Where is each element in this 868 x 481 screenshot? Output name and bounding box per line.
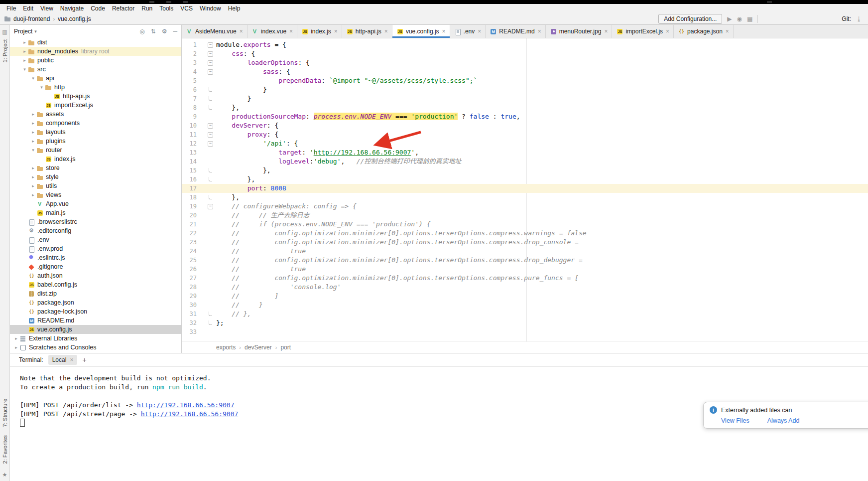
project-view-title[interactable]: Project <box>14 28 32 35</box>
menu-item-code[interactable]: Code <box>87 5 109 12</box>
tree-item-assets[interactable]: ▸assets <box>10 110 181 119</box>
tree-item-env-prod[interactable]: .env.prod <box>10 244 181 253</box>
tree-item-vue-config-js[interactable]: vue.config.js <box>10 325 181 334</box>
project-toolwindow-icon[interactable]: ▥ <box>2 29 7 35</box>
terminal-panel-label[interactable]: Terminal: <box>19 356 43 363</box>
terminal-link[interactable]: http://192.168.66.56:9007 <box>137 401 235 409</box>
editor-tab-importexcel-js[interactable]: importExcel.js× <box>612 25 674 38</box>
tree-item-utils[interactable]: ▸utils <box>10 181 181 190</box>
code-line[interactable]: 32}; <box>182 319 868 327</box>
editor-tab-index-js[interactable]: index.js× <box>297 25 342 38</box>
tree-item-package-json[interactable]: package.json <box>10 298 181 307</box>
editor-tab-menurouter-jpg[interactable]: menuRouter.jpg× <box>546 25 613 38</box>
chevron-right-icon[interactable]: ▸ <box>30 112 36 117</box>
breadcrumb-port[interactable]: port <box>280 344 291 351</box>
tree-item-scratches-and-consoles[interactable]: ▸Scratches and Consoles <box>10 343 181 352</box>
notification-action-always-add[interactable]: Always Add <box>767 417 800 424</box>
close-icon[interactable]: × <box>666 28 669 35</box>
fold-minus-icon[interactable]: − <box>208 42 213 48</box>
fold-minus-icon[interactable]: − <box>208 60 213 66</box>
coverage-icon[interactable]: ▦ <box>747 16 752 22</box>
close-icon[interactable]: × <box>538 28 541 35</box>
menu-item-refactor[interactable]: Refactor <box>109 5 138 12</box>
chevron-down-icon[interactable]: ▾ <box>21 67 28 72</box>
code-line[interactable]: 9 productionSourceMap: process.env.NODE_… <box>182 112 868 121</box>
tree-item-dist-zip[interactable]: dist.zip <box>10 289 181 298</box>
editor-tab-vue-config-js[interactable]: vue.config.js× <box>392 25 450 38</box>
tree-item-editorconfig[interactable]: .editorconfig <box>10 226 181 235</box>
editor-tab-index-vue[interactable]: index.vue× <box>248 25 297 38</box>
code-line[interactable]: 8 }, <box>182 103 868 112</box>
chevron-down-icon[interactable]: ▾ <box>30 148 36 153</box>
close-icon[interactable]: × <box>334 28 338 35</box>
tree-item-babel-config-js[interactable]: babel.config.js <box>10 280 181 289</box>
tree-item-dist[interactable]: ▸dist <box>10 38 181 47</box>
chevron-down-icon[interactable]: ▾ <box>38 85 45 90</box>
code-line[interactable]: 28 // 'console.log' <box>182 283 868 292</box>
code-line[interactable]: 27 // config.optimization.minimizer[0].o… <box>182 274 868 283</box>
tree-item-gitignore[interactable]: .gitignore <box>10 262 181 271</box>
chevron-right-icon[interactable]: ▸ <box>13 336 19 341</box>
locate-file-icon[interactable]: ◎ <box>139 28 144 35</box>
editor-tab-http-api-js[interactable]: http-api.js× <box>342 25 392 38</box>
chevron-right-icon[interactable]: ▸ <box>21 49 28 54</box>
chevron-down-icon[interactable]: ▾ <box>30 76 36 81</box>
chevron-right-icon[interactable]: ▸ <box>30 121 36 126</box>
fold-minus-icon[interactable]: − <box>208 51 213 57</box>
collapse-all-icon[interactable]: ⇅ <box>151 28 156 35</box>
favorites-star-icon[interactable]: ★ <box>2 472 7 478</box>
terminal-link[interactable]: http://192.168.66.56:9007 <box>141 410 239 418</box>
breadcrumb-exports[interactable]: exports <box>216 344 236 351</box>
chevron-right-icon[interactable]: ▸ <box>21 58 28 63</box>
chevron-right-icon[interactable]: ▸ <box>30 139 36 144</box>
code-line[interactable]: 11− proxy: { <box>182 130 868 139</box>
tree-item-package-lock-json[interactable]: package-lock.json <box>10 307 181 316</box>
new-terminal-icon[interactable]: + <box>82 356 86 364</box>
editor-tab-readme-md[interactable]: README.md× <box>486 25 545 38</box>
code-line[interactable]: 25 // config.optimization.minimizer[0].o… <box>182 256 868 265</box>
tree-item-node-modules[interactable]: ▸node_moduleslibrary root <box>10 47 181 56</box>
code-line[interactable]: 15 }, <box>182 166 868 175</box>
toolwindow-project-button[interactable]: 1: Project <box>2 39 8 62</box>
close-icon[interactable]: × <box>289 28 293 35</box>
tree-item-readme-md[interactable]: README.md <box>10 316 181 325</box>
tree-item-layouts[interactable]: ▸layouts <box>10 128 181 137</box>
fold-minus-icon[interactable]: − <box>208 69 213 75</box>
code-line[interactable]: 23 // config.optimization.minimizer[0].o… <box>182 238 868 247</box>
tree-item-http[interactable]: ▾http <box>10 83 181 92</box>
chevron-right-icon[interactable]: ▸ <box>30 183 36 188</box>
code-line[interactable]: 21 // if (process.env.NODE_ENV === 'prod… <box>182 220 868 229</box>
add-configuration-button[interactable]: Add Configuration... <box>658 14 722 24</box>
menu-item-run[interactable]: Run <box>138 5 156 12</box>
tree-item-auth-json[interactable]: auth.json <box>10 271 181 280</box>
menu-item-view[interactable]: View <box>37 5 57 12</box>
menu-item-window[interactable]: Window <box>196 5 225 12</box>
close-icon[interactable]: × <box>240 28 243 35</box>
close-icon[interactable]: × <box>442 28 446 35</box>
menu-item-vcs[interactable]: VCS <box>177 5 196 12</box>
chevron-down-icon[interactable]: ▾ <box>34 29 37 34</box>
code-line[interactable]: 5 prependData: `@import "~@/assets/scss/… <box>182 76 868 85</box>
tree-item-app-vue[interactable]: App.vue <box>10 199 181 208</box>
code-line[interactable]: 24 // true <box>182 247 868 256</box>
code-line[interactable]: 20 // // 生产去除日志 <box>182 211 868 220</box>
tree-item-browserslistrc[interactable]: .browserslistrc <box>10 217 181 226</box>
code-line[interactable]: 29 // ] <box>182 292 868 301</box>
breadcrumb-file[interactable]: vue.config.js <box>58 15 91 22</box>
close-icon[interactable]: × <box>478 28 481 35</box>
menu-item-edit[interactable]: Edit <box>19 5 37 12</box>
settings-gear-icon[interactable]: ⚙ <box>162 28 167 35</box>
tree-item-api[interactable]: ▾api <box>10 74 181 83</box>
code-line[interactable]: 14 logLevel:'debug', //控制台终端打印代理前的真实地址 <box>182 157 868 166</box>
tree-item-store[interactable]: ▸store <box>10 163 181 172</box>
fold-end-icon[interactable] <box>209 87 212 92</box>
code-line[interactable]: 3− loaderOptions: { <box>182 58 868 67</box>
editor-tab-asidemenu-vue[interactable]: AsideMenu.vue× <box>182 25 248 38</box>
code-line[interactable]: 4− sass: { <box>182 67 868 76</box>
tree-item-public[interactable]: ▸public <box>10 56 181 65</box>
code-line[interactable]: 12− '/api': { <box>182 139 868 148</box>
tree-item-main-js[interactable]: main.js <box>10 208 181 217</box>
fold-end-icon[interactable] <box>209 168 212 172</box>
chevron-right-icon[interactable]: ▸ <box>30 174 36 179</box>
code-line[interactable]: 18 }, <box>182 193 868 202</box>
